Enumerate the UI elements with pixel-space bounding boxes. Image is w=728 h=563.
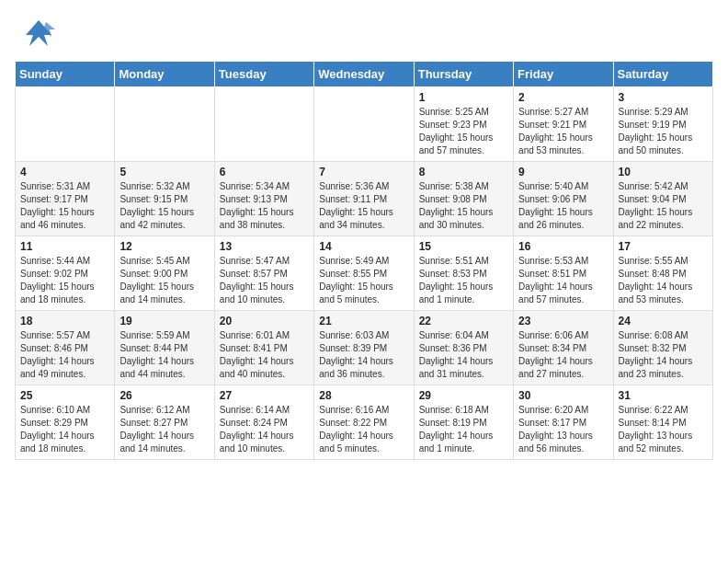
- calendar-cell: [16, 87, 115, 162]
- day-info: Sunrise: 6:04 AMSunset: 8:36 PMDaylight:…: [419, 329, 508, 381]
- day-info: Sunrise: 6:06 AMSunset: 8:34 PMDaylight:…: [518, 329, 608, 381]
- day-info: Sunrise: 5:47 AMSunset: 8:57 PMDaylight:…: [220, 255, 309, 306]
- calendar-cell: 9Sunrise: 5:40 AMSunset: 9:06 PMDaylight…: [514, 162, 613, 236]
- calendar-cell: 21Sunrise: 6:03 AMSunset: 8:39 PMDayligh…: [314, 311, 414, 385]
- calendar-cell: 2Sunrise: 5:27 AMSunset: 9:21 PMDaylight…: [514, 87, 613, 162]
- calendar-cell: 30Sunrise: 6:20 AMSunset: 8:17 PMDayligh…: [514, 385, 613, 460]
- calendar-week-row: 18Sunrise: 5:57 AMSunset: 8:46 PMDayligh…: [16, 311, 713, 385]
- day-number: 24: [619, 315, 708, 327]
- day-info: Sunrise: 5:59 AMSunset: 8:44 PMDaylight:…: [119, 329, 209, 381]
- day-info: Sunrise: 5:29 AMSunset: 9:19 PMDaylight:…: [619, 106, 708, 157]
- day-info: Sunrise: 6:03 AMSunset: 8:39 PMDaylight:…: [319, 329, 408, 381]
- day-info: Sunrise: 5:32 AMSunset: 9:15 PMDaylight:…: [119, 180, 209, 232]
- day-number: 7: [319, 166, 408, 178]
- col-header-saturday: Saturday: [613, 62, 712, 87]
- day-info: Sunrise: 5:53 AMSunset: 8:51 PMDaylight:…: [518, 255, 608, 306]
- calendar-cell: 25Sunrise: 6:10 AMSunset: 8:29 PMDayligh…: [16, 385, 115, 460]
- day-number: 4: [20, 166, 109, 178]
- page-header: [0, 0, 728, 61]
- day-info: Sunrise: 6:22 AMSunset: 8:14 PMDaylight:…: [619, 404, 708, 455]
- logo: [22, 17, 59, 53]
- day-number: 22: [419, 315, 508, 327]
- calendar-cell: 17Sunrise: 5:55 AMSunset: 8:48 PMDayligh…: [613, 236, 712, 311]
- day-number: 1: [419, 91, 508, 104]
- calendar-cell: [214, 87, 313, 162]
- day-number: 8: [419, 166, 508, 178]
- day-info: Sunrise: 5:49 AMSunset: 8:55 PMDaylight:…: [319, 255, 408, 306]
- day-info: Sunrise: 5:57 AMSunset: 8:46 PMDaylight:…: [20, 329, 109, 381]
- day-info: Sunrise: 5:27 AMSunset: 9:21 PMDaylight:…: [518, 106, 608, 157]
- col-header-friday: Friday: [514, 62, 613, 87]
- day-number: 15: [419, 240, 508, 253]
- day-info: Sunrise: 5:55 AMSunset: 8:48 PMDaylight:…: [619, 255, 708, 306]
- calendar-cell: 6Sunrise: 5:34 AMSunset: 9:13 PMDaylight…: [214, 162, 313, 236]
- day-info: Sunrise: 5:31 AMSunset: 9:17 PMDaylight:…: [20, 180, 109, 232]
- calendar-cell: 29Sunrise: 6:18 AMSunset: 8:19 PMDayligh…: [414, 385, 513, 460]
- day-info: Sunrise: 5:34 AMSunset: 9:13 PMDaylight:…: [220, 180, 309, 232]
- day-number: 14: [319, 240, 408, 253]
- day-number: 27: [220, 389, 309, 402]
- day-number: 5: [119, 166, 209, 178]
- day-number: 26: [119, 389, 209, 402]
- calendar-cell: 19Sunrise: 5:59 AMSunset: 8:44 PMDayligh…: [115, 311, 214, 385]
- calendar-cell: 15Sunrise: 5:51 AMSunset: 8:53 PMDayligh…: [414, 236, 513, 311]
- calendar-cell: 11Sunrise: 5:44 AMSunset: 9:02 PMDayligh…: [16, 236, 115, 311]
- calendar-table: SundayMondayTuesdayWednesdayThursdayFrid…: [15, 61, 713, 460]
- day-number: 10: [619, 166, 708, 178]
- day-info: Sunrise: 6:01 AMSunset: 8:41 PMDaylight:…: [220, 329, 309, 381]
- day-info: Sunrise: 5:45 AMSunset: 9:00 PMDaylight:…: [119, 255, 209, 306]
- logo-icon: [22, 17, 55, 53]
- calendar-cell: 14Sunrise: 5:49 AMSunset: 8:55 PMDayligh…: [314, 236, 414, 311]
- day-number: 30: [518, 389, 608, 402]
- col-header-tuesday: Tuesday: [214, 62, 313, 87]
- col-header-sunday: Sunday: [16, 62, 115, 87]
- day-number: 31: [619, 389, 708, 402]
- day-info: Sunrise: 5:44 AMSunset: 9:02 PMDaylight:…: [20, 255, 109, 306]
- calendar-cell: 5Sunrise: 5:32 AMSunset: 9:15 PMDaylight…: [115, 162, 214, 236]
- calendar-cell: 22Sunrise: 6:04 AMSunset: 8:36 PMDayligh…: [414, 311, 513, 385]
- day-info: Sunrise: 6:20 AMSunset: 8:17 PMDaylight:…: [518, 404, 608, 455]
- calendar-cell: 27Sunrise: 6:14 AMSunset: 8:24 PMDayligh…: [214, 385, 313, 460]
- calendar-cell: 3Sunrise: 5:29 AMSunset: 9:19 PMDaylight…: [613, 87, 712, 162]
- day-number: 9: [518, 166, 608, 178]
- col-header-monday: Monday: [115, 62, 214, 87]
- calendar-cell: 20Sunrise: 6:01 AMSunset: 8:41 PMDayligh…: [214, 311, 313, 385]
- day-number: 13: [220, 240, 309, 253]
- calendar-cell: 10Sunrise: 5:42 AMSunset: 9:04 PMDayligh…: [613, 162, 712, 236]
- calendar-cell: [115, 87, 214, 162]
- calendar-cell: 1Sunrise: 5:25 AMSunset: 9:23 PMDaylight…: [414, 87, 513, 162]
- col-header-thursday: Thursday: [414, 62, 513, 87]
- calendar-cell: 8Sunrise: 5:38 AMSunset: 9:08 PMDaylight…: [414, 162, 513, 236]
- day-info: Sunrise: 6:18 AMSunset: 8:19 PMDaylight:…: [419, 404, 508, 455]
- calendar-week-row: 25Sunrise: 6:10 AMSunset: 8:29 PMDayligh…: [16, 385, 713, 460]
- calendar-cell: [314, 87, 414, 162]
- day-info: Sunrise: 6:10 AMSunset: 8:29 PMDaylight:…: [20, 404, 109, 455]
- day-number: 20: [220, 315, 309, 327]
- day-info: Sunrise: 6:12 AMSunset: 8:27 PMDaylight:…: [119, 404, 209, 455]
- day-info: Sunrise: 5:38 AMSunset: 9:08 PMDaylight:…: [419, 180, 508, 232]
- calendar-cell: 24Sunrise: 6:08 AMSunset: 8:32 PMDayligh…: [613, 311, 712, 385]
- day-info: Sunrise: 6:08 AMSunset: 8:32 PMDaylight:…: [619, 329, 708, 381]
- day-number: 29: [419, 389, 508, 402]
- day-info: Sunrise: 5:36 AMSunset: 9:11 PMDaylight:…: [319, 180, 408, 232]
- day-info: Sunrise: 6:14 AMSunset: 8:24 PMDaylight:…: [220, 404, 309, 455]
- calendar-cell: 18Sunrise: 5:57 AMSunset: 8:46 PMDayligh…: [16, 311, 115, 385]
- day-number: 23: [518, 315, 608, 327]
- col-header-wednesday: Wednesday: [314, 62, 414, 87]
- calendar-cell: 31Sunrise: 6:22 AMSunset: 8:14 PMDayligh…: [613, 385, 712, 460]
- calendar-cell: 13Sunrise: 5:47 AMSunset: 8:57 PMDayligh…: [214, 236, 313, 311]
- day-number: 19: [119, 315, 209, 327]
- calendar-week-row: 4Sunrise: 5:31 AMSunset: 9:17 PMDaylight…: [16, 162, 713, 236]
- calendar-cell: 23Sunrise: 6:06 AMSunset: 8:34 PMDayligh…: [514, 311, 613, 385]
- day-number: 16: [518, 240, 608, 253]
- day-info: Sunrise: 5:51 AMSunset: 8:53 PMDaylight:…: [419, 255, 508, 306]
- calendar-wrapper: SundayMondayTuesdayWednesdayThursdayFrid…: [0, 61, 728, 471]
- day-number: 25: [20, 389, 109, 402]
- calendar-cell: 7Sunrise: 5:36 AMSunset: 9:11 PMDaylight…: [314, 162, 414, 236]
- calendar-week-row: 1Sunrise: 5:25 AMSunset: 9:23 PMDaylight…: [16, 87, 713, 162]
- day-number: 28: [319, 389, 408, 402]
- calendar-cell: 26Sunrise: 6:12 AMSunset: 8:27 PMDayligh…: [115, 385, 214, 460]
- calendar-cell: 28Sunrise: 6:16 AMSunset: 8:22 PMDayligh…: [314, 385, 414, 460]
- day-number: 2: [518, 91, 608, 104]
- calendar-cell: 4Sunrise: 5:31 AMSunset: 9:17 PMDaylight…: [16, 162, 115, 236]
